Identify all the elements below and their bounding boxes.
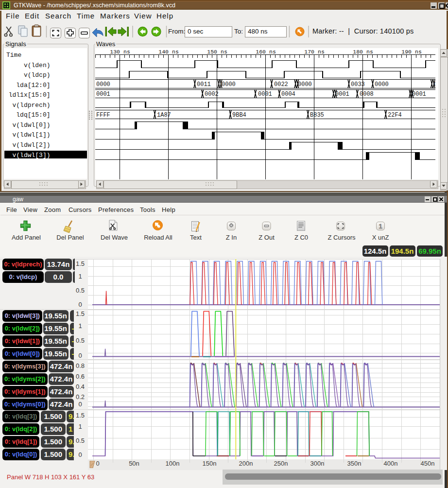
svg-text:1: 1	[379, 223, 382, 230]
